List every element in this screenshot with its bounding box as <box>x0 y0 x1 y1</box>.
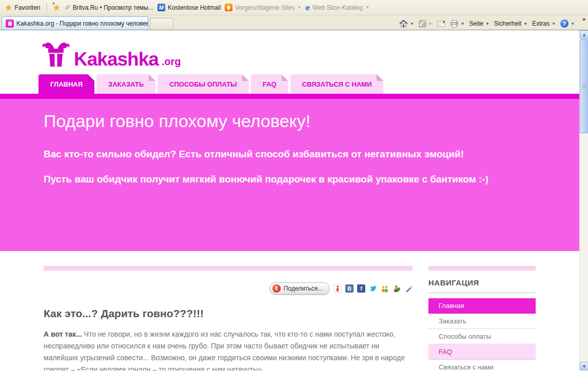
printer-icon <box>450 20 459 28</box>
extras-menu[interactable]: Extras ▼ <box>532 20 556 27</box>
scroll-down-button[interactable]: ▼ <box>580 362 588 370</box>
logo-tld: .org <box>162 56 181 68</box>
webpage: Kakashka .org ГЛАВНАЯ ЗАКАЗАТЬ СПОСОБЫ О… <box>0 30 579 370</box>
twitter-icon[interactable] <box>369 284 377 293</box>
scrollbar-grip <box>582 85 586 85</box>
add-favorite-button[interactable]: ★ <box>53 3 60 12</box>
sidebar-item-sposoby-oplaty[interactable]: Способы оплаты <box>428 329 536 344</box>
toolbar-overflow-chevron[interactable]: » <box>582 16 585 22</box>
article-paragraph: А вот так... Что не говори, но в жизни к… <box>44 328 413 370</box>
yaru-icon[interactable] <box>334 284 342 293</box>
favorites-bar: ★ Favoriten ★ ✎ Britva.Ru • Просмотр тем… <box>0 0 588 15</box>
article: Как это...? Дарить говно???!!! А вот так… <box>44 307 413 370</box>
bookmark-label: Britva.Ru • Просмотр темы... <box>73 4 153 11</box>
sidebar-item-label: Заказать <box>439 317 466 325</box>
favorites-webslice-catalog[interactable]: e Web Slice-Katalog ▼ <box>305 3 369 12</box>
chevron-down-icon: ▼ <box>461 22 465 26</box>
nav-tab-glavnaya[interactable]: ГЛАВНАЯ <box>38 74 94 94</box>
print-button[interactable]: ▼ <box>450 20 465 28</box>
sidebar-nav-list: Главная Заказать Способы оплаты FAQ Связ… <box>428 298 536 370</box>
favorites-bookmark-hotmail[interactable]: M Kostenlose Hotmail <box>158 4 221 11</box>
nav-tab-faq[interactable]: FAQ <box>251 74 288 94</box>
share-button-label: Поделиться... <box>284 285 323 292</box>
moi-mir-icon[interactable] <box>381 284 389 293</box>
sidebar-item-label: Связаться с нами <box>439 363 494 370</box>
sidebar-item-svyazatsya[interactable]: Связаться с нами <box>428 360 536 370</box>
favorites-button[interactable]: ★ Favoriten <box>5 3 40 12</box>
bookmark-label: Kostenlose Hotmail <box>168 4 221 11</box>
bookmark-label: Vorgeschlagene Sites <box>235 4 295 11</box>
vkontakte-icon[interactable]: В <box>345 284 354 293</box>
home-icon <box>399 20 408 28</box>
hero-title: Подари говно плохому человеку! <box>44 111 536 131</box>
new-tab-stub[interactable] <box>150 18 173 30</box>
favorites-label: Favoriten <box>14 4 40 11</box>
chevron-down-icon: ▼ <box>428 22 433 26</box>
sidebar-item-glavnaya[interactable]: Главная <box>428 298 536 314</box>
browser-tab-active[interactable]: Kakashka.org - Подари говно плохому чело… <box>2 16 148 30</box>
add-favorite-icon: ★ <box>53 3 60 12</box>
share-icon: (( <box>272 284 281 293</box>
accent-bar <box>0 94 579 99</box>
toolbar-separator <box>46 3 47 12</box>
nav-tab-label: СВЯЗАТЬСЯ С НАМИ <box>302 80 372 88</box>
home-button[interactable]: ▼ <box>399 20 414 28</box>
chevron-down-icon: ▼ <box>552 22 556 26</box>
nav-tab-zakazat[interactable]: ЗАКАЗАТЬ <box>96 74 155 94</box>
sidebar-item-faq[interactable]: FAQ <box>428 344 536 360</box>
lightbulb-icon <box>225 4 232 11</box>
rss-icon <box>419 20 426 28</box>
mail-icon <box>437 20 445 27</box>
feeds-button[interactable]: ▼ <box>419 20 433 28</box>
section-divider-bar <box>428 266 536 271</box>
nav-tab-svyazatsya[interactable]: СВЯЗАТЬСЯ С НАМИ <box>290 74 384 94</box>
content-area: (( Поделиться... В f <box>0 251 579 370</box>
main-column: (( Поделиться... В f <box>44 266 413 370</box>
scrollbar-thumb[interactable] <box>580 39 588 133</box>
extras-label: Extras <box>532 20 550 27</box>
read-mail-button[interactable] <box>437 20 445 27</box>
site-logo[interactable]: Kakashka .org <box>0 30 579 68</box>
scroll-up-button[interactable]: ▲ <box>580 30 588 39</box>
article-lead: А вот так... <box>44 330 82 338</box>
friendfeed-icon[interactable] <box>393 284 401 293</box>
sicherheit-menu[interactable]: Sicherheit ▼ <box>494 20 527 27</box>
chevron-down-icon: ▼ <box>523 22 527 26</box>
vertical-scrollbar[interactable]: ▲ ▼ <box>579 30 588 370</box>
browser-viewport: Kakashka .org ГЛАВНАЯ ЗАКАЗАТЬ СПОСОБЫ О… <box>0 30 588 370</box>
chevron-down-icon: ▼ <box>485 22 489 26</box>
seite-menu[interactable]: Seite ▼ <box>469 20 489 27</box>
logo-name: Kakashka <box>74 51 159 68</box>
nav-tab-label: FAQ <box>263 80 277 88</box>
chevron-down-icon: ▼ <box>571 22 575 26</box>
hotmail-icon: M <box>158 4 165 11</box>
favorites-star-icon: ★ <box>5 3 12 12</box>
hero-subtitle-2: Пусть ваш обидчик получит мягкий вонючий… <box>44 174 544 185</box>
share-button[interactable]: (( Поделиться... <box>269 282 330 295</box>
sicherheit-label: Sicherheit <box>494 20 521 27</box>
nav-tab-sposoby-oplaty[interactable]: СПОСОБЫ ОПЛАТЫ <box>158 74 249 94</box>
help-icon: ? <box>560 19 569 28</box>
sidebar-item-zakazat[interactable]: Заказать <box>428 314 536 329</box>
site-navigation: ГЛАВНАЯ ЗАКАЗАТЬ СПОСОБЫ ОПЛАТЫ FAQ СВЯЗ… <box>38 74 579 94</box>
facebook-icon[interactable]: f <box>357 284 365 293</box>
hero-banner: Подари говно плохому человеку! Вас кто-т… <box>0 99 579 251</box>
seite-label: Seite <box>469 20 483 27</box>
article-heading: Как это...? Дарить говно???!!! <box>44 307 413 320</box>
pencil-icon: ✎ <box>64 4 70 12</box>
tab-bar: Kakashka.org - Подари говно плохому чело… <box>0 15 588 30</box>
section-divider-bar <box>44 266 413 271</box>
chevron-down-icon: ▼ <box>297 5 301 10</box>
article-body-text: Что не говори, но в жизни каждого из нас… <box>44 330 405 370</box>
bookmark-label: Web Slice-Katalog <box>312 4 363 11</box>
help-menu[interactable]: ? ▼ <box>560 19 575 28</box>
livejournal-pencil-icon[interactable] <box>404 284 413 293</box>
favorites-suggested-sites[interactable]: Vorgeschlagene Sites ▼ <box>225 4 301 11</box>
chevron-down-icon: ▼ <box>365 5 369 10</box>
sidebar-item-label: Главная <box>439 302 464 310</box>
favorites-bookmark-britva[interactable]: ✎ Britva.Ru • Просмотр темы... <box>64 4 153 12</box>
sidebar-item-label: FAQ <box>439 348 452 356</box>
hero-subtitle-1: Вас кто-то сильно обидел? Есть отличный … <box>44 149 536 160</box>
sidebar-divider <box>428 293 536 293</box>
command-bar: ▼ ▼ ▼ Seite ▼ Sicherheit ▼ Ex <box>399 19 588 30</box>
